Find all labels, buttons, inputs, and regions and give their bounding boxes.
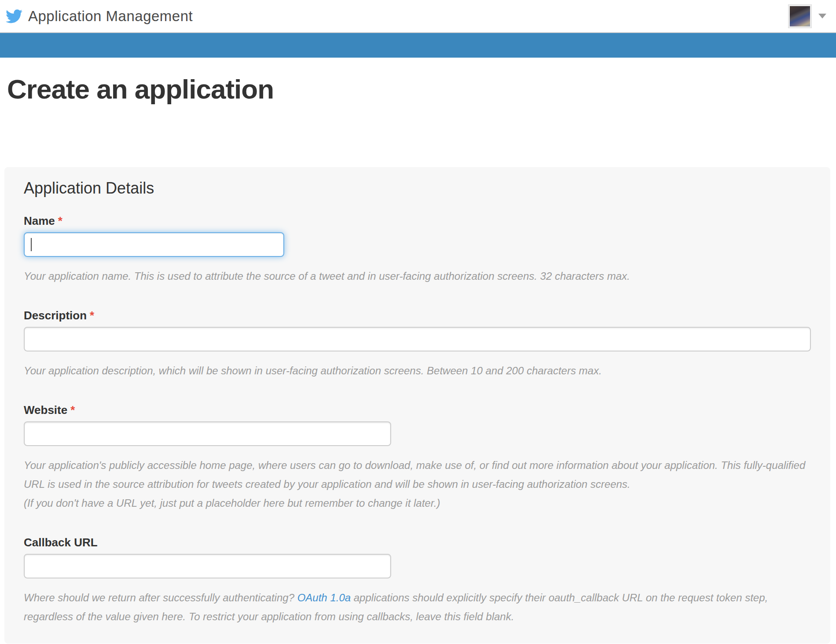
- name-field-group: Name* Your application name. This is use…: [24, 214, 811, 285]
- callback-input[interactable]: [24, 554, 391, 578]
- application-details-panel: Application Details Name* Your applicati…: [4, 167, 830, 644]
- chevron-down-icon[interactable]: [818, 14, 826, 18]
- account-menu[interactable]: [788, 5, 826, 28]
- required-asterisk: *: [90, 309, 94, 322]
- nav-blue-bar: [0, 32, 836, 58]
- description-help-text: Your application description, which will…: [24, 361, 811, 380]
- website-input[interactable]: [24, 421, 391, 446]
- oauth-link[interactable]: OAuth 1.0a: [297, 592, 351, 604]
- required-asterisk: *: [70, 403, 75, 417]
- panel-title: Application Details: [24, 179, 811, 198]
- callback-help-text: Where should we return after successfull…: [24, 588, 811, 626]
- description-label: Description*: [24, 308, 811, 322]
- callback-label: Callback URL: [24, 535, 811, 549]
- name-label: Name*: [24, 214, 811, 228]
- website-help-text: Your application's publicly accessible h…: [24, 456, 811, 512]
- required-asterisk: *: [58, 214, 62, 227]
- user-avatar-photo: [790, 6, 810, 26]
- header: Application Management: [0, 0, 836, 32]
- twitter-bird-icon[interactable]: [4, 8, 24, 25]
- description-input[interactable]: [24, 327, 811, 351]
- avatar[interactable]: [788, 5, 811, 28]
- name-input[interactable]: [24, 232, 284, 257]
- page-title: Create an application: [7, 74, 836, 104]
- website-label: Website*: [24, 403, 811, 417]
- callback-field-group: Callback URL Where should we return afte…: [24, 535, 811, 626]
- website-help-note: (If you don't have a URL yet, just put a…: [24, 494, 811, 512]
- name-help-text: Your application name. This is used to a…: [24, 267, 811, 285]
- text-cursor: [31, 238, 32, 251]
- app-title: Application Management: [28, 8, 193, 25]
- website-help-paragraph: Your application's publicly accessible h…: [24, 456, 811, 494]
- website-field-group: Website* Your application's publicly acc…: [24, 403, 811, 512]
- callback-help-paragraph: Where should we return after successfull…: [24, 588, 811, 626]
- description-field-group: Description* Your application descriptio…: [24, 308, 811, 380]
